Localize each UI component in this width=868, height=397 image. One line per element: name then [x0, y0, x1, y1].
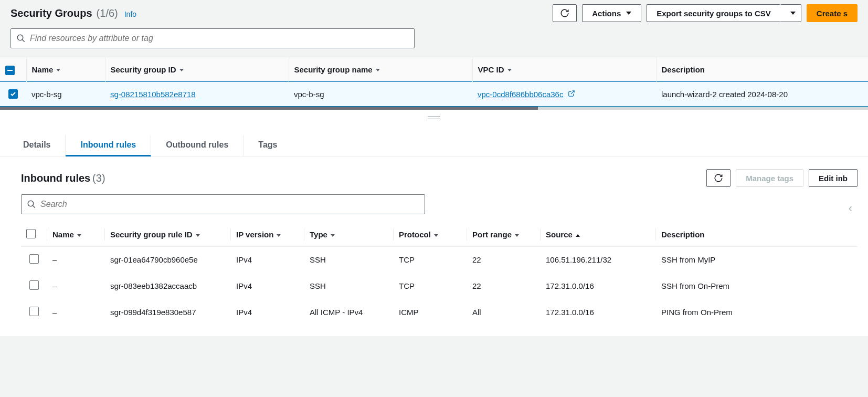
- cell-type: SSH: [304, 247, 394, 273]
- table-row[interactable]: – sgr-01ea64790cb960e5e IPv4 SSH TCP 22 …: [21, 247, 858, 273]
- rules-col-port[interactable]: Port range: [472, 230, 512, 239]
- cell-port: All: [467, 299, 541, 326]
- sort-icon[interactable]: [179, 69, 184, 71]
- search-icon: [27, 200, 36, 209]
- actions-button[interactable]: Actions: [582, 4, 641, 22]
- security-groups-table: Name Security group ID Security group na…: [0, 57, 868, 107]
- panel-resize-handle[interactable]: [0, 110, 868, 126]
- sort-icon[interactable]: [376, 69, 380, 71]
- header-actions: Actions Export security groups to CSV Cr…: [553, 4, 858, 22]
- table-row[interactable]: – sgr-083eeb1382accaacb IPv4 SSH TCP 22 …: [21, 273, 858, 299]
- inbound-title-wrap: Inbound rules (3): [21, 172, 105, 184]
- row-checkbox[interactable]: [29, 280, 39, 290]
- search-box[interactable]: [10, 28, 415, 48]
- page-title: Security Groups: [10, 7, 92, 19]
- tab-outbound-rules[interactable]: Outbound rules: [151, 135, 244, 156]
- inbound-search-input[interactable]: [36, 200, 419, 209]
- row-checkbox[interactable]: [29, 254, 39, 264]
- create-button-label: Create s: [817, 9, 848, 18]
- col-desc[interactable]: Description: [662, 65, 705, 74]
- cell-ruleid: sgr-01ea64790cb960e5e: [105, 247, 231, 273]
- refresh-icon: [714, 173, 723, 183]
- sort-icon[interactable]: [507, 69, 512, 71]
- cell-source: 106.51.196.211/32: [541, 247, 656, 273]
- tab-tags[interactable]: Tags: [244, 135, 292, 156]
- cell-desc: launch-wizard-2 created 2024-08-20: [661, 90, 788, 99]
- sort-icon[interactable]: [56, 69, 60, 71]
- rules-col-source[interactable]: Source: [546, 230, 573, 239]
- col-sgid[interactable]: Security group ID: [111, 65, 176, 74]
- rules-col-desc[interactable]: Description: [661, 230, 705, 239]
- indeterminate-icon: [7, 70, 13, 71]
- export-csv-button[interactable]: Export security groups to CSV: [647, 4, 780, 22]
- sort-icon[interactable]: [196, 234, 200, 237]
- row-checkbox[interactable]: [8, 89, 18, 99]
- cell-ruleid: sgr-083eeb1382accaacb: [105, 273, 231, 299]
- cell-desc: PING from On-Prem: [656, 299, 858, 326]
- cell-ipver: IPv4: [231, 273, 304, 299]
- col-vpcid[interactable]: VPC ID: [478, 65, 504, 74]
- col-name[interactable]: Name: [32, 65, 54, 74]
- cell-protocol: ICMP: [394, 299, 467, 326]
- table-row[interactable]: – sgr-099d4f319e830e587 IPv4 All ICMP - …: [21, 299, 858, 326]
- sort-icon[interactable]: [434, 234, 438, 237]
- create-security-group-button[interactable]: Create s: [807, 4, 858, 22]
- cell-sgid-link[interactable]: sg-08215810b582e8718: [110, 90, 196, 99]
- export-csv-label: Export security groups to CSV: [657, 9, 771, 18]
- rules-col-protocol[interactable]: Protocol: [399, 230, 431, 239]
- cell-desc: SSH from On-Prem: [656, 273, 858, 299]
- sort-icon[interactable]: [331, 234, 335, 237]
- col-sgname[interactable]: Security group name: [294, 65, 373, 74]
- cell-ipver: IPv4: [231, 247, 304, 273]
- rules-col-name[interactable]: Name: [52, 230, 74, 239]
- cell-name: –: [47, 299, 105, 326]
- table-row[interactable]: vpc-b-sg sg-08215810b582e8718 vpc-b-sg v…: [0, 82, 868, 107]
- page-title-wrap: Security Groups (1/6) Info: [10, 7, 136, 19]
- cell-name: –: [47, 247, 105, 273]
- cell-desc: SSH from MyIP: [656, 247, 858, 273]
- caret-down-icon: [626, 12, 631, 15]
- export-csv-dropdown-button[interactable]: [780, 4, 801, 22]
- external-link-icon: [568, 90, 575, 97]
- svg-line-1: [22, 39, 25, 42]
- row-checkbox[interactable]: [29, 307, 39, 316]
- svg-line-2: [570, 90, 574, 93]
- cell-name: –: [47, 273, 105, 299]
- tab-details[interactable]: Details: [10, 135, 66, 156]
- search-input[interactable]: [26, 34, 409, 43]
- sort-icon[interactable]: [277, 234, 281, 237]
- manage-tags-button[interactable]: Manage tags: [736, 169, 803, 187]
- pagination-prev: ‹: [843, 202, 858, 215]
- sort-asc-icon[interactable]: [576, 234, 580, 237]
- cell-type: SSH: [304, 273, 394, 299]
- svg-point-0: [17, 35, 23, 40]
- sort-icon[interactable]: [77, 234, 81, 237]
- info-link[interactable]: Info: [124, 10, 136, 18]
- caret-down-icon: [790, 12, 796, 15]
- sort-icon[interactable]: [515, 234, 519, 237]
- detail-tabs: Details Inbound rules Outbound rules Tag…: [0, 126, 868, 156]
- edit-inbound-rules-button[interactable]: Edit inb: [809, 169, 858, 187]
- rules-col-ipver[interactable]: IP version: [236, 230, 273, 239]
- cell-name: vpc-b-sg: [31, 90, 62, 99]
- cell-protocol: TCP: [394, 273, 467, 299]
- inbound-count: (3): [92, 172, 105, 184]
- inbound-title: Inbound rules: [21, 172, 90, 184]
- refresh-button[interactable]: [553, 4, 577, 22]
- cell-type: All ICMP - IPv4: [304, 299, 394, 326]
- cell-vpcid-link[interactable]: vpc-0cd8f686bb06ca36c: [478, 90, 563, 99]
- cell-source: 172.31.0.0/16: [541, 299, 656, 326]
- rules-col-type[interactable]: Type: [310, 230, 327, 239]
- inbound-search-box[interactable]: [21, 194, 425, 214]
- svg-point-3: [28, 201, 34, 206]
- cell-port: 22: [467, 247, 541, 273]
- tab-inbound-rules[interactable]: Inbound rules: [66, 135, 151, 156]
- inbound-refresh-button[interactable]: [706, 169, 731, 187]
- drag-handle-icon: [428, 115, 440, 121]
- rules-col-ruleid[interactable]: Security group rule ID: [110, 230, 193, 239]
- cell-protocol: TCP: [394, 247, 467, 273]
- select-all-checkbox[interactable]: [5, 66, 15, 75]
- checkmark-icon: [10, 91, 16, 97]
- rules-select-all-checkbox[interactable]: [26, 229, 36, 238]
- refresh-icon: [560, 8, 569, 18]
